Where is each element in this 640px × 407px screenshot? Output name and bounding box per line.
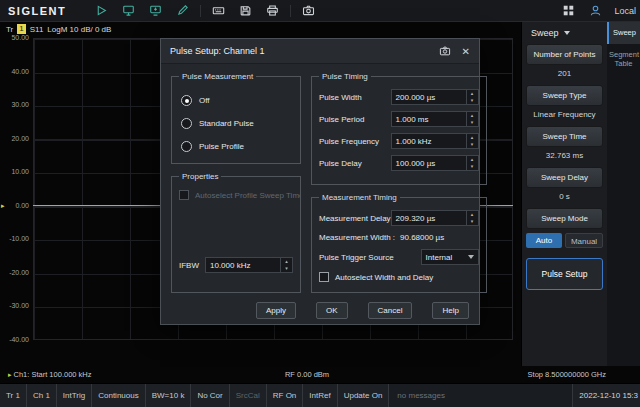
pulse-trigger-source-select[interactable]: Internal [421, 249, 479, 265]
user-icon[interactable] [586, 2, 605, 19]
status-trace: Tr 1 [0, 384, 27, 407]
pulse-measurement-group: Pulse Measurement Off Standard Pulse Pul… [171, 72, 301, 164]
apply-button[interactable]: Apply [256, 302, 296, 319]
apps-icon[interactable] [559, 2, 578, 19]
radio-selected-icon [181, 95, 192, 106]
chevron-down-icon [564, 31, 570, 35]
toolbar-divider [290, 5, 291, 17]
sidebar-item-sweep-time[interactable]: Sweep Time [526, 126, 603, 147]
radio-icon [181, 141, 192, 152]
measurement-delay-label: Measurement Delay [319, 214, 391, 223]
measurement-timing-group: Measurement Timing Measurement Delay 209… [311, 193, 487, 293]
radio-pulse-profile-label: Pulse Profile [199, 142, 244, 151]
pulse-frequency-label: Pulse Frequency [319, 137, 379, 146]
save-icon[interactable] [236, 2, 255, 19]
properties-title: Properties [179, 172, 221, 181]
pulse-trigger-source-label: Pulse Trigger Source [319, 253, 394, 262]
radio-off[interactable]: Off [181, 95, 291, 106]
status-message-area: no messages [389, 384, 573, 407]
autoselect-width-delay-label: Autoselect Width and Delay [335, 273, 433, 282]
measurement-width-value: 90.68000 µs [400, 233, 444, 242]
spinner-arrows[interactable]: ▴▾ [466, 112, 478, 126]
annotate-icon[interactable] [173, 2, 192, 19]
screenshot-icon[interactable] [439, 45, 451, 57]
ok-button[interactable]: OK [316, 302, 348, 319]
top-toolbar: SIGLENT [0, 0, 640, 22]
status-bandwidth: BW=10 k [146, 384, 192, 407]
sidebar-item-pulse-setup[interactable]: Pulse Setup [526, 258, 603, 290]
tab-sweep[interactable]: Sweep [607, 22, 640, 44]
autoselect-width-delay-checkbox[interactable]: Autoselect Width and Delay [319, 272, 479, 282]
pulse-period-value: 1.000 ms [392, 115, 466, 124]
sidebar-tab-strip: Sweep Segment Table [607, 22, 640, 366]
pulse-width-input[interactable]: 200.000 µs ▴▾ [391, 89, 479, 105]
sidebar-item-sweep-mode[interactable]: Sweep Mode [526, 208, 603, 229]
status-correction: No Cor [191, 384, 229, 407]
trace-label: Tr [6, 25, 13, 34]
pulse-frequency-input[interactable]: 1.000 kHz ▴▾ [391, 133, 479, 149]
ifbw-value: 10.000 kHz [206, 261, 280, 270]
y-axis-tick: 20.00 [0, 135, 29, 142]
spinner-arrows[interactable]: ▴▾ [280, 258, 292, 272]
spin-up-icon: ▴ [467, 134, 478, 141]
sweep-mode-auto-button[interactable]: Auto [526, 233, 562, 248]
radio-pulse-profile[interactable]: Pulse Profile [181, 141, 291, 152]
trace-number-chip: 1 [17, 24, 25, 34]
y-axis-tick: 30.00 [0, 101, 29, 108]
pulse-frequency-value: 1.000 kHz [392, 137, 466, 146]
spin-down-icon: ▾ [467, 119, 478, 126]
sidebar-item-sweep-type[interactable]: Sweep Type [526, 85, 603, 106]
status-trigger: IntTrig [57, 384, 92, 407]
print-icon[interactable] [263, 2, 282, 19]
sweep-delay-value: 0 s [522, 190, 607, 203]
autoselect-profile-label: Autoselect Profile Sweep Time [195, 191, 301, 200]
sidebar-item-number-of-points[interactable]: Number of Points [526, 44, 603, 65]
sidebar-menu-dropdown[interactable]: Sweep [522, 24, 607, 42]
local-status-label: Local [614, 6, 636, 16]
checkbox-icon [319, 272, 329, 282]
status-channel: Ch 1 [27, 384, 57, 407]
camera-icon[interactable] [299, 2, 318, 19]
dialog-title-bar: Pulse Setup: Channel 1 ✕ [161, 39, 479, 64]
y-axis-tick: -20.00 [0, 269, 29, 276]
keyboard-icon[interactable] [209, 2, 228, 19]
close-icon[interactable]: ✕ [462, 46, 470, 57]
sweep-sidebar: Sweep Number of Points 201 Sweep Type Li… [521, 22, 607, 366]
spin-up-icon: ▴ [467, 211, 478, 218]
autoselect-profile-sweep-time-checkbox: Autoselect Profile Sweep Time [179, 190, 293, 200]
spin-down-icon: ▾ [467, 218, 478, 225]
pulse-period-input[interactable]: 1.000 ms ▴▾ [391, 111, 479, 127]
spinner-arrows[interactable]: ▴▾ [466, 156, 478, 170]
trigger-icon[interactable] [92, 2, 111, 19]
spin-up-icon: ▴ [467, 90, 478, 97]
sweep-mode-manual-button[interactable]: Manual [565, 233, 603, 248]
pulse-delay-input[interactable]: 100.000 µs ▴▾ [391, 155, 479, 171]
spin-up-icon: ▴ [467, 112, 478, 119]
pulse-trigger-source-value: Internal [422, 253, 468, 262]
checkbox-icon [179, 190, 189, 200]
radio-standard-pulse[interactable]: Standard Pulse [181, 118, 291, 129]
pulse-width-value: 200.000 µs [392, 93, 466, 102]
spin-up-icon: ▴ [467, 156, 478, 163]
spinner-arrows[interactable]: ▴▾ [466, 90, 478, 104]
sidebar-title: Sweep [531, 28, 559, 38]
ifbw-input[interactable]: 10.000 kHz ▴▾ [205, 257, 293, 273]
spinner-arrows[interactable]: ▴▾ [466, 211, 478, 225]
spinner-arrows[interactable]: ▴▾ [466, 134, 478, 148]
pulse-setup-dialog: Pulse Setup: Channel 1 ✕ Pulse Measureme… [160, 38, 480, 325]
display-icon[interactable] [119, 2, 138, 19]
capture-icon[interactable] [146, 2, 165, 19]
y-axis-tick: 10.00 [0, 168, 29, 175]
y-axis-tick: -30.00 [0, 302, 29, 309]
pulse-delay-label: Pulse Delay [319, 159, 362, 168]
help-button[interactable]: Help [432, 302, 468, 319]
active-channel-marker: ▸ [8, 371, 12, 379]
channel-footer: ▸ Ch1: Start 100.000 kHz RF 0.00 dBm Sto… [0, 366, 640, 383]
cancel-button[interactable]: Cancel [368, 302, 413, 319]
app-window: SIGLENT [0, 0, 640, 407]
ifbw-label: IFBW [179, 261, 199, 270]
measurement-delay-input[interactable]: 209.320 µs ▴▾ [391, 210, 479, 226]
sidebar-item-sweep-delay[interactable]: Sweep Delay [526, 167, 603, 188]
sweep-type-value: Linear Frequency [522, 108, 607, 121]
tab-segment-table[interactable]: Segment Table [607, 44, 640, 75]
